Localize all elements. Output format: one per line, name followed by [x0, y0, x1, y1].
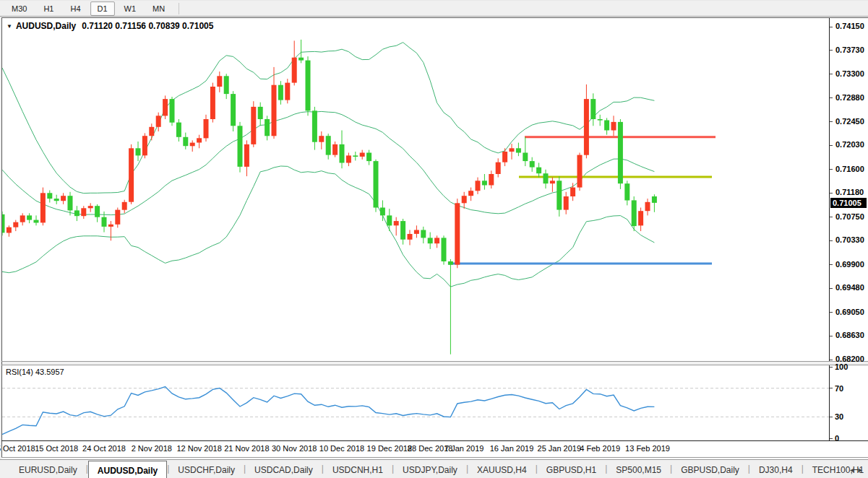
chart-tab-dj30-h4[interactable]: DJ30,H4	[750, 462, 802, 478]
date-axis-label: 5 Oct 2018	[0, 444, 35, 453]
rsi-axis-label: 30	[835, 412, 843, 421]
price-axis-label: 0.72450	[835, 117, 864, 126]
symbol-label: AUDUSD,Daily	[16, 21, 76, 31]
price-axis-tick	[830, 240, 833, 241]
price-axis-tick	[830, 74, 833, 74]
chart-tab-audusd-daily[interactable]: AUDUSD,Daily	[88, 461, 167, 478]
price-axis-label: 0.69900	[835, 260, 864, 269]
rsi-axis-label: 100	[835, 362, 848, 371]
price-axis-tick	[830, 97, 833, 98]
price-axis-label: 0.69480	[835, 283, 864, 292]
date-axis-label: 10 Dec 2018	[319, 444, 364, 453]
rsi-indicator-label: RSI(14) 43.5957	[6, 368, 64, 376]
price-axis-label: 0.71180	[835, 188, 864, 196]
price-axis-label: 0.70330	[835, 235, 864, 244]
trading-terminal-window: { "toolbar": { "timeframes": ["M30", "H1…	[0, 0, 868, 478]
price-axis-label: 0.74150	[835, 22, 864, 30]
date-axis-label: 12 Nov 2018	[176, 444, 221, 453]
price-axis-label: 0.73730	[835, 45, 864, 54]
chart-tab-gbpusd-daily[interactable]: GBPUSD,Daily	[672, 462, 748, 478]
chart-tab-xauusd-h4[interactable]: XAUUSD,H4	[468, 462, 536, 478]
tab-scroll-left-icon[interactable]: ◄	[848, 466, 857, 474]
chart-tab-sp500-m15[interactable]: SP500,M15	[607, 462, 670, 478]
date-axis-label: 19 Dec 2018	[367, 444, 412, 453]
price-axis-label: 0.68630	[835, 331, 864, 339]
price-axis-tick	[830, 360, 833, 360]
current-price-tag: 0.71005	[830, 198, 867, 208]
price-axis-tick	[830, 264, 833, 265]
chart-title: ▼AUDUSD,Daily0.71120 0.71156 0.70839 0.7…	[7, 21, 213, 31]
price-axis-label: 0.71600	[835, 165, 864, 173]
price-axis-tick	[830, 336, 833, 336]
date-axis-label: 7 Jan 2019	[444, 444, 484, 453]
price-axis-label: 0.73300	[835, 69, 864, 78]
chart-tab-eurusd-daily[interactable]: EURUSD,Daily	[10, 462, 86, 478]
symbol-dropdown-icon[interactable]: ▼	[7, 23, 12, 30]
rsi-axis-label: 0	[835, 434, 839, 443]
rsi-axis-label: 70	[835, 384, 843, 393]
price-axis-tick	[830, 50, 833, 51]
rsi-axis-tick	[830, 438, 833, 439]
price-axis-tick	[830, 27, 833, 27]
price-axis-label: 0.72880	[835, 93, 864, 102]
chart-tab-usdchf-daily[interactable]: USDCHF,Daily	[169, 462, 244, 478]
price-axis-tick	[830, 312, 833, 313]
price-axis-tick	[830, 145, 833, 146]
date-axis-label: 4 Feb 2019	[580, 444, 620, 453]
chart-tab-gbpusd-h1[interactable]: GBPUSD,H1	[538, 462, 605, 478]
price-axis-label: 0.70750	[835, 212, 864, 221]
chart-canvas[interactable]	[0, 0, 868, 478]
date-axis-label: 15 Oct 2018	[35, 444, 78, 453]
chart-tab-usdcad-daily[interactable]: USDCAD,Daily	[246, 462, 322, 478]
chart-tab-usdcnh-h1[interactable]: USDCNH,H1	[324, 462, 392, 478]
rsi-axis-tick	[830, 367, 833, 368]
date-axis-label: 24 Oct 2018	[82, 444, 126, 453]
ohlc-values: 0.71120 0.71156 0.70839 0.71005	[82, 21, 213, 31]
date-axis-label: 25 Jan 2019	[538, 444, 582, 453]
date-axis-label: 2 Nov 2018	[132, 444, 172, 453]
date-axis-label: 13 Feb 2019	[625, 444, 670, 453]
date-axis-label: 21 Nov 2018	[224, 444, 269, 453]
rsi-axis-tick	[830, 417, 833, 417]
price-axis-label: 0.69050	[835, 308, 864, 316]
price-axis-tick	[830, 193, 833, 194]
chart-tab-usdjpy-daily[interactable]: USDJPY,Daily	[394, 462, 466, 478]
price-axis-tick	[830, 288, 833, 289]
price-axis-label: 0.72030	[835, 140, 864, 149]
price-axis-tick	[830, 121, 833, 122]
chart-tab-bar: EURUSD,Daily|AUDUSD,Daily|USDCHF,Daily|U…	[0, 459, 868, 478]
rsi-axis-tick	[830, 388, 833, 388]
date-axis-label: 30 Nov 2018	[272, 444, 317, 453]
tab-scroll-buttons: ◄►	[848, 466, 866, 474]
tab-scroll-right-icon[interactable]: ►	[857, 466, 866, 474]
price-axis-tick	[830, 217, 833, 217]
price-axis-tick	[830, 169, 833, 170]
date-axis-label: 16 Jan 2019	[490, 444, 534, 453]
